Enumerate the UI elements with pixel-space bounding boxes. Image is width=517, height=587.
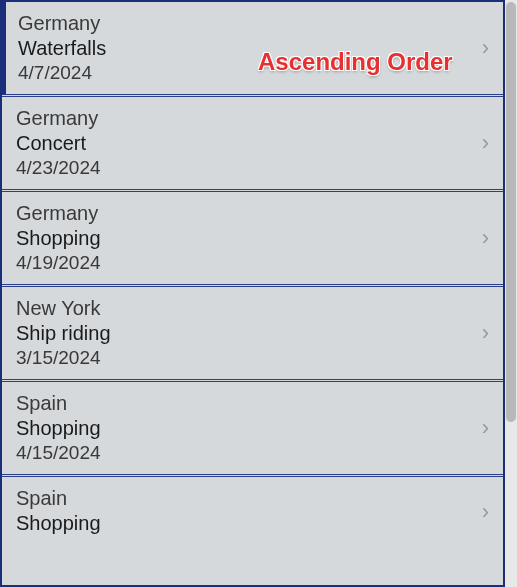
chevron-right-icon: › — [482, 320, 489, 346]
chevron-right-icon: › — [482, 499, 489, 525]
item-location: New York — [16, 297, 111, 320]
scrollbar-track[interactable] — [505, 0, 517, 587]
list-item[interactable]: Germany Waterfalls 4/7/2024 › — [2, 2, 503, 94]
item-activity: Shopping — [16, 417, 101, 440]
list-item[interactable]: Germany Concert 4/23/2024 › — [2, 94, 503, 189]
item-location: Germany — [16, 107, 101, 130]
item-date: 3/15/2024 — [16, 347, 111, 369]
item-content: Germany Shopping 4/19/2024 — [16, 202, 101, 274]
item-activity: Ship riding — [16, 322, 111, 345]
item-location: Spain — [16, 487, 101, 510]
list-item[interactable]: New York Ship riding 3/15/2024 › — [2, 284, 503, 379]
scrollbar-thumb[interactable] — [506, 2, 516, 422]
item-activity: Shopping — [16, 512, 101, 535]
list-item[interactable]: Spain Shopping 4/15/2024 › — [2, 379, 503, 474]
item-content: Spain Shopping — [16, 487, 101, 537]
item-activity: Concert — [16, 132, 101, 155]
chevron-right-icon: › — [482, 130, 489, 156]
list-item[interactable]: Spain Shopping › — [2, 474, 503, 547]
item-date: 4/7/2024 — [18, 62, 106, 84]
item-location: Germany — [16, 202, 101, 225]
item-content: Germany Concert 4/23/2024 — [16, 107, 101, 179]
chevron-right-icon: › — [482, 415, 489, 441]
item-date: 4/19/2024 — [16, 252, 101, 274]
item-activity: Shopping — [16, 227, 101, 250]
item-content: Germany Waterfalls 4/7/2024 — [18, 12, 106, 84]
list-item[interactable]: Germany Shopping 4/19/2024 › — [2, 189, 503, 284]
chevron-right-icon: › — [482, 35, 489, 61]
item-date: 4/15/2024 — [16, 442, 101, 464]
item-content: Spain Shopping 4/15/2024 — [16, 392, 101, 464]
chevron-right-icon: › — [482, 225, 489, 251]
item-content: New York Ship riding 3/15/2024 — [16, 297, 111, 369]
item-activity: Waterfalls — [18, 37, 106, 60]
item-location: Germany — [18, 12, 106, 35]
item-date: 4/23/2024 — [16, 157, 101, 179]
list-container: Germany Waterfalls 4/7/2024 › Germany Co… — [0, 0, 505, 587]
item-location: Spain — [16, 392, 101, 415]
